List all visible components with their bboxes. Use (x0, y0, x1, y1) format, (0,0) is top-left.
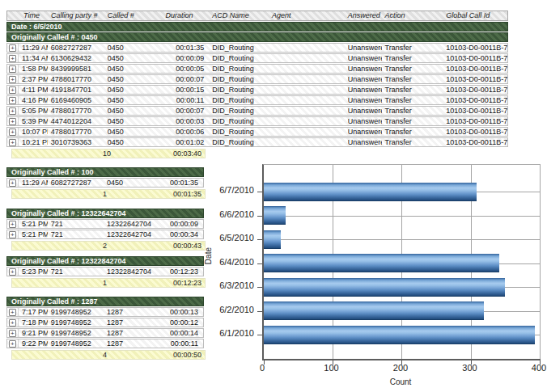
expand-cell: + (7, 128, 19, 136)
category-label: 6/7/2010 (202, 185, 254, 196)
column-header-duration: Duration (162, 11, 209, 20)
expand-plus-icon[interactable]: + (9, 55, 16, 62)
cell-global-call-id: 10103-D0-0011B-770 (443, 65, 507, 73)
x-tick-label: 200 (393, 363, 408, 373)
expand-cell: + (7, 230, 19, 238)
y-tick-mark (257, 335, 262, 335)
cell-calling-party: 4191847701 (48, 86, 104, 94)
expand-cell: + (7, 75, 19, 83)
cell-called: 12322842704 (104, 268, 161, 276)
bar[interactable] (264, 326, 535, 344)
cell-duration: 00:00:14 (161, 329, 203, 337)
bar[interactable] (264, 230, 281, 249)
cell-called: 1287 (104, 339, 161, 348)
cell-calling-party: 9199748952 (48, 329, 104, 337)
column-header-action: Action (382, 11, 443, 20)
cell-action: Transfer (382, 138, 443, 146)
cell-calling-party: 3010739363 (48, 138, 104, 146)
cell-called: 0450 (104, 107, 163, 115)
cell-duration: 00:00:03 (162, 117, 209, 125)
cell-time: 5:05 PM (19, 107, 48, 115)
expand-plus-icon[interactable]: + (9, 129, 16, 136)
date-group-header: Date : 6/5/2010 (6, 22, 508, 32)
gridline-horizontal (264, 239, 541, 240)
cell-time: 1:58 PM (19, 65, 48, 73)
cell-global-call-id: 10103-D0-0011B-771 (443, 75, 507, 83)
cell-time: 4:16 PM (19, 96, 48, 104)
expand-cell: + (7, 54, 19, 62)
cell-time: 4:11 PM (19, 86, 48, 94)
bar[interactable] (264, 254, 499, 272)
expand-plus-icon[interactable]: + (9, 268, 16, 276)
group-summary-row: 100:01:35 (11, 189, 206, 199)
expand-plus-icon[interactable]: + (9, 44, 16, 52)
cell-answered: Unanswered (345, 107, 382, 115)
bar[interactable] (264, 278, 505, 297)
cell-time: 7:18 PM (19, 318, 48, 327)
category-label: 6/3/2010 (202, 280, 254, 291)
cell-agent (269, 75, 345, 83)
expand-plus-icon[interactable]: + (9, 319, 16, 327)
expand-plus-icon[interactable]: + (9, 179, 16, 187)
expand-plus-icon[interactable]: + (9, 139, 16, 146)
x-tick-label: 400 (532, 363, 546, 373)
expand-plus-icon[interactable]: + (9, 330, 16, 337)
cell-agent (269, 107, 345, 115)
cell-calling-party: 4788017770 (48, 75, 104, 83)
expand-plus-icon[interactable]: + (9, 65, 16, 73)
bar[interactable] (264, 183, 477, 201)
group-header: Originally Called # : 100 (6, 167, 204, 177)
cell-time: 5:21 PM (19, 220, 48, 228)
cell-answered: Unanswered (345, 65, 382, 73)
cell-called: 0450 (104, 138, 163, 146)
y-tick-mark (257, 287, 262, 288)
cell-duration: 00:00:11 (161, 339, 203, 348)
chart-plot-area (262, 164, 541, 360)
expand-cell: + (7, 86, 19, 94)
bar[interactable] (264, 206, 286, 225)
expand-plus-icon[interactable]: + (9, 340, 16, 348)
cell-agent (269, 65, 345, 73)
cell-called: 1287 (104, 318, 161, 327)
cell-global-call-id: 10103-D0-0011B-77E (443, 128, 507, 136)
group-header: Originally Called # : 12322642704 (6, 209, 204, 218)
expand-plus-icon[interactable]: + (9, 86, 16, 94)
cell-agent (269, 128, 345, 136)
cell-called: 0450 (104, 117, 163, 125)
cell-global-call-id: 10103-D0-0011B-773 (443, 96, 507, 104)
cell-time: 11:34 AM (19, 54, 48, 62)
cell-acd-name: DID_Routing (209, 54, 269, 62)
expand-plus-icon[interactable]: + (9, 107, 16, 115)
expand-plus-icon[interactable]: + (9, 221, 16, 228)
expand-plus-icon[interactable]: + (9, 76, 16, 83)
bar[interactable] (264, 301, 484, 320)
cell-calling-party: 6082727287 (48, 44, 104, 52)
category-label: 6/2/2010 (202, 305, 254, 315)
expand-plus-icon[interactable]: + (9, 231, 16, 238)
cell-agent (269, 44, 345, 52)
expand-cell: + (7, 339, 19, 348)
cell-called: 1287 (104, 329, 161, 337)
category-axis: 6/7/20106/6/20106/5/20106/4/20106/3/2010… (202, 164, 254, 358)
expand-cell: + (7, 107, 19, 115)
call-group-section: Originally Called # : 12322842704+5:23 P… (6, 255, 204, 288)
expand-cell: + (7, 44, 19, 52)
table-row: +5:39 PM4474012204045000:00:03DID_Routin… (6, 116, 508, 126)
cell-time: 11:29 AM (19, 44, 48, 52)
expand-plus-icon[interactable]: + (9, 118, 16, 125)
summary-total: 00:03:40 (173, 150, 201, 158)
call-group-section: Originally Called # : 1287+7:17 PM919974… (6, 296, 204, 360)
cell-duration: 00:12:23 (161, 268, 203, 276)
cell-duration: 00:00:34 (161, 230, 203, 238)
category-label: 6/5/2010 (202, 233, 254, 243)
expand-cell: + (7, 308, 19, 316)
expand-plus-icon[interactable]: + (9, 97, 16, 104)
cell-calling-party: 4788017770 (48, 107, 104, 115)
expand-plus-icon[interactable]: + (9, 309, 16, 316)
table-row: +10:21 PM3010739363045000:01:02DID_Routi… (6, 137, 508, 147)
cell-calling-party: 9199748952 (48, 308, 104, 316)
cell-global-call-id: 10103-D0-0011B-768 (443, 44, 507, 52)
table-row: +11:34 AM6130629432045000:00:09DID_Routi… (6, 53, 508, 63)
category-label: 6/4/2010 (202, 257, 254, 268)
cell-calling-party: 6130629432 (48, 54, 104, 62)
